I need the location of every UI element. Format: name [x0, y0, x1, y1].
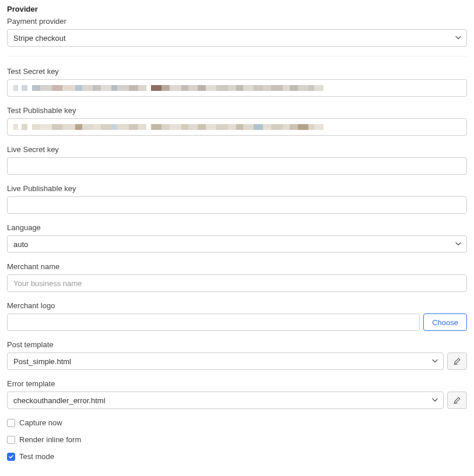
choose-button[interactable]: Choose	[423, 313, 467, 331]
live-publishable-key-input[interactable]	[7, 196, 467, 214]
edit-icon	[453, 396, 461, 404]
capture-now-checkbox[interactable]	[7, 419, 15, 427]
test-mode-label[interactable]: Test mode	[19, 452, 54, 461]
edit-error-template-button[interactable]	[447, 392, 467, 409]
divider	[7, 56, 467, 57]
error-template-select[interactable]: checkouthandler_error.html	[7, 392, 444, 409]
language-select[interactable]: auto	[7, 235, 467, 253]
post-template-field: Post template Post_simple.html	[7, 340, 467, 370]
language-label: Language	[7, 223, 467, 232]
merchant-logo-input[interactable]	[7, 313, 420, 331]
live-publishable-key-field: Live Publishable key	[7, 184, 467, 214]
error-template-field: Error template checkouthandler_error.htm…	[7, 379, 467, 409]
edit-icon	[453, 357, 461, 365]
capture-now-label[interactable]: Capture now	[19, 418, 62, 427]
merchant-name-label: Merchant name	[7, 262, 467, 271]
test-mode-row: Test mode	[7, 452, 467, 461]
language-field: Language auto	[7, 223, 467, 253]
payment-provider-field: Payment provider Stripe checkout	[7, 17, 467, 47]
redacted-value	[13, 124, 324, 130]
live-secret-key-input[interactable]	[7, 157, 467, 175]
capture-now-row: Capture now	[7, 418, 467, 427]
test-publishable-key-field: Test Publishable key	[7, 106, 467, 136]
merchant-logo-field: Merchant logo Choose	[7, 301, 467, 331]
render-inline-label[interactable]: Render inline form	[19, 435, 81, 444]
edit-post-template-button[interactable]	[447, 352, 467, 370]
test-secret-key-field: Test Secret key	[7, 67, 467, 97]
test-publishable-key-input[interactable]	[7, 118, 467, 136]
merchant-logo-label: Merchant logo	[7, 301, 467, 310]
test-mode-checkbox[interactable]	[7, 453, 15, 461]
payment-provider-label: Payment provider	[7, 17, 467, 26]
post-template-label: Post template	[7, 340, 467, 349]
section-header: Provider	[7, 5, 467, 13]
post-template-select[interactable]: Post_simple.html	[7, 352, 444, 370]
payment-provider-select[interactable]: Stripe checkout	[7, 29, 467, 47]
merchant-name-input[interactable]	[7, 274, 467, 292]
render-inline-checkbox[interactable]	[7, 436, 15, 444]
live-secret-key-label: Live Secret key	[7, 145, 467, 154]
live-publishable-key-label: Live Publishable key	[7, 184, 467, 193]
test-publishable-key-label: Test Publishable key	[7, 106, 467, 115]
merchant-name-field: Merchant name	[7, 262, 467, 292]
test-secret-key-label: Test Secret key	[7, 67, 467, 76]
render-inline-row: Render inline form	[7, 435, 467, 444]
live-secret-key-field: Live Secret key	[7, 145, 467, 175]
test-secret-key-input[interactable]	[7, 79, 467, 97]
error-template-label: Error template	[7, 379, 467, 388]
redacted-value	[13, 85, 324, 91]
